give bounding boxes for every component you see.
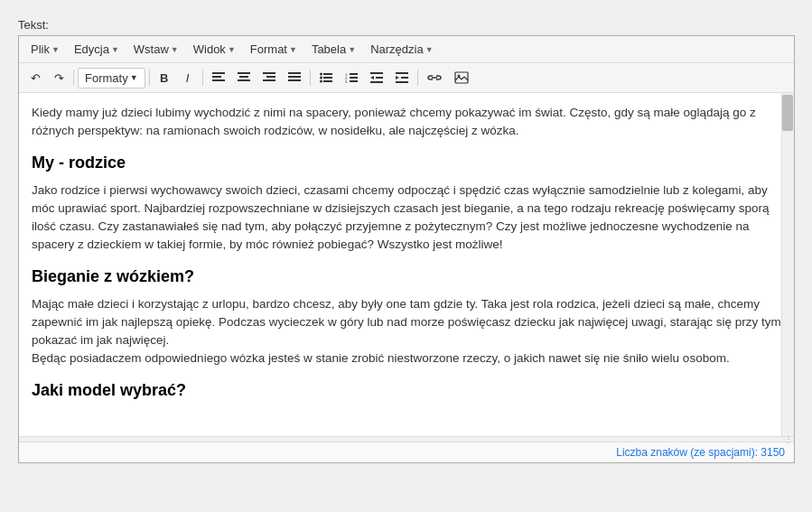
content-wrapper: Kiedy mamy już dzieci lubimy wychodzić z… xyxy=(19,93,794,436)
toolbar-separator-3 xyxy=(202,70,203,86)
svg-rect-30 xyxy=(401,77,408,79)
redo-button[interactable]: ↷ xyxy=(48,67,70,88)
edycja-arrow-icon: ▼ xyxy=(111,45,119,54)
align-right-button[interactable] xyxy=(257,67,281,88)
svg-rect-23 xyxy=(350,80,358,82)
svg-rect-28 xyxy=(396,72,408,74)
svg-rect-7 xyxy=(266,76,275,78)
formats-arrow-icon: ▼ xyxy=(130,73,138,82)
align-left-button[interactable] xyxy=(207,67,230,88)
svg-rect-4 xyxy=(239,76,248,78)
narzedzia-arrow-icon: ▼ xyxy=(425,45,434,54)
svg-rect-9 xyxy=(288,72,301,74)
paragraph-2: Jako rodzice i pierwsi wychowawcy swoich… xyxy=(32,182,781,255)
bold-button[interactable]: B xyxy=(154,67,175,88)
menu-plik[interactable]: Plik ▼ xyxy=(24,40,66,59)
menu-narzedzia[interactable]: Narzędzia ▼ xyxy=(364,40,439,59)
format-arrow-icon: ▼ xyxy=(289,45,297,54)
svg-rect-19 xyxy=(350,73,358,75)
svg-rect-2 xyxy=(212,79,225,81)
status-bar: Liczba znaków (ze spacjami): 3150 xyxy=(19,442,794,462)
svg-text:3.: 3. xyxy=(345,79,348,83)
scrollbar-thumb[interactable] xyxy=(782,95,793,131)
svg-point-14 xyxy=(320,77,322,79)
svg-rect-1 xyxy=(212,76,221,78)
heading-3: Jaki model wybrać? xyxy=(32,381,781,400)
toolbar-separator-1 xyxy=(73,70,74,86)
wstaw-arrow-icon: ▼ xyxy=(171,45,179,54)
menu-wstaw[interactable]: Wstaw ▼ xyxy=(127,40,185,59)
menu-format[interactable]: Format ▼ xyxy=(244,40,303,59)
field-label: Tekst: xyxy=(18,18,794,32)
link-button[interactable] xyxy=(422,67,447,88)
svg-rect-3 xyxy=(238,72,250,74)
svg-rect-6 xyxy=(263,72,275,74)
svg-rect-10 xyxy=(288,76,301,78)
plik-arrow-icon: ▼ xyxy=(51,45,60,54)
toolbar: ↶ ↷ Formaty ▼ B I 1.2.3. xyxy=(19,63,794,93)
tabela-arrow-icon: ▼ xyxy=(348,45,356,54)
svg-rect-31 xyxy=(396,81,408,83)
italic-button[interactable]: I xyxy=(177,67,199,88)
paragraph-3: Mając małe dzieci i korzystając z urlopu… xyxy=(32,295,781,368)
menu-edycja[interactable]: Edycja ▼ xyxy=(68,40,126,59)
char-count: Liczba znaków (ze spacjami): 3150 xyxy=(616,446,785,459)
image-button[interactable] xyxy=(449,67,474,88)
heading-1: My - rodzice xyxy=(32,154,781,172)
svg-marker-25 xyxy=(370,76,374,79)
svg-rect-11 xyxy=(288,79,301,81)
svg-rect-0 xyxy=(212,72,225,74)
menu-bar: Plik ▼ Edycja ▼ Wstaw ▼ Widok ▼ Format ▼… xyxy=(19,36,794,63)
toolbar-separator-4 xyxy=(310,70,311,86)
toolbar-separator-2 xyxy=(149,70,150,86)
undo-button[interactable]: ↶ xyxy=(24,67,46,88)
heading-2: Bieganie z wózkiem? xyxy=(32,267,781,286)
svg-rect-15 xyxy=(323,77,332,79)
paragraph-1: Kiedy mamy już dzieci lubimy wychodzić z… xyxy=(32,104,781,141)
align-justify-button[interactable] xyxy=(283,67,306,88)
menu-tabela[interactable]: Tabela ▼ xyxy=(305,40,362,59)
widok-arrow-icon: ▼ xyxy=(228,45,236,54)
content-area[interactable]: Kiedy mamy już dzieci lubimy wychodzić z… xyxy=(19,93,794,436)
svg-rect-21 xyxy=(350,77,358,79)
svg-rect-13 xyxy=(323,73,332,75)
align-center-button[interactable] xyxy=(232,67,256,88)
svg-rect-17 xyxy=(323,80,332,82)
toolbar-separator-5 xyxy=(417,70,418,86)
svg-rect-26 xyxy=(376,77,383,79)
formats-dropdown[interactable]: Formaty ▼ xyxy=(78,68,145,88)
svg-rect-27 xyxy=(370,81,383,83)
editor-container: Plik ▼ Edycja ▼ Wstaw ▼ Widok ▼ Format ▼… xyxy=(18,35,795,463)
svg-rect-33 xyxy=(455,72,468,83)
unordered-list-button[interactable] xyxy=(314,67,338,88)
indent-button[interactable] xyxy=(390,67,414,88)
outdent-button[interactable] xyxy=(365,67,388,88)
svg-point-12 xyxy=(320,73,322,76)
svg-point-16 xyxy=(320,80,322,83)
svg-rect-5 xyxy=(238,79,250,81)
scrollbar-track[interactable] xyxy=(781,93,794,436)
menu-widok[interactable]: Widok ▼ xyxy=(187,40,242,59)
svg-rect-8 xyxy=(263,79,275,81)
svg-rect-24 xyxy=(370,72,383,74)
svg-marker-29 xyxy=(396,76,399,79)
ordered-list-button[interactable]: 1.2.3. xyxy=(340,67,363,88)
